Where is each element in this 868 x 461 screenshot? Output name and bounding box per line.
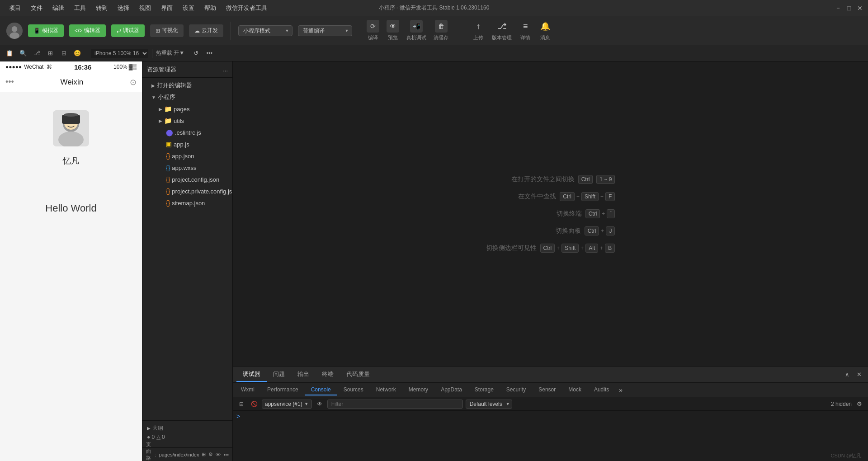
cloud-button[interactable]: ☁ 云开发: [189, 24, 223, 37]
devtools-inner-tab-wxml[interactable]: Wxml: [235, 385, 261, 395]
source-control-icon[interactable]: ⎇: [31, 47, 42, 59]
devtools-collapse-icon[interactable]: ∧: [842, 369, 853, 380]
more-options-icon[interactable]: •••: [203, 47, 215, 59]
file-manager-icon[interactable]: 📋: [4, 47, 15, 59]
app-wxss-file[interactable]: {} app.wxss: [142, 162, 232, 174]
maximize-button[interactable]: □: [845, 5, 853, 12]
console-clear-icon[interactable]: 🚫: [249, 399, 259, 409]
devtools-top-tab-问题[interactable]: 问题: [267, 367, 291, 382]
menu-item-1[interactable]: 文件: [26, 2, 47, 14]
devtools-inner-tab-memory[interactable]: Memory: [402, 385, 434, 395]
devtools-inner-tab-console[interactable]: Console: [305, 385, 337, 395]
messages-icon[interactable]: 🔔: [539, 20, 552, 33]
console-eye-icon[interactable]: 👁: [315, 399, 325, 409]
devtools-top-tab-代码质量[interactable]: 代码质量: [340, 367, 376, 382]
pages-folder[interactable]: ▶ 📁 pages: [142, 103, 232, 115]
title-bar: 项目文件编辑工具转到选择视图界面设置帮助微信开发者工具 小程序 - 微信开发者工…: [0, 0, 868, 16]
path-config-icon[interactable]: ⚙: [208, 452, 213, 457]
path-more-icon[interactable]: •••: [223, 452, 229, 457]
project-private-file[interactable]: {} project.private.config.js...: [142, 185, 232, 197]
devtools-top-tab-终端[interactable]: 终端: [316, 367, 340, 382]
refresh-icon[interactable]: ↺: [190, 47, 202, 59]
devtools-inner-tab-security[interactable]: Security: [500, 385, 532, 395]
devtools-top-tab-调试器[interactable]: 调试器: [236, 367, 267, 382]
app-wxss-icon: {}: [166, 164, 170, 171]
split-icon[interactable]: ⊟: [58, 47, 70, 59]
clear-cache-button[interactable]: 🗑: [435, 20, 448, 33]
preview-button[interactable]: 👁: [387, 20, 399, 33]
layout-icon[interactable]: ⊞: [44, 47, 56, 59]
compile-button[interactable]: ⟳: [367, 20, 379, 33]
key-ctrl-5: Ctrl: [540, 244, 555, 253]
clear-cache-action-group: 🗑 清缓存: [434, 20, 448, 41]
emoji-icon[interactable]: 😊: [71, 47, 83, 59]
devtools-inner-tab-sources[interactable]: Sources: [337, 385, 370, 395]
wechat-left-icon: •••: [5, 77, 14, 87]
devtools-inner-tab-audits[interactable]: Audits: [588, 385, 615, 395]
menu-item-8[interactable]: 设置: [178, 2, 199, 14]
utils-folder[interactable]: ▶ 📁 utils: [142, 115, 232, 127]
real-debug-button[interactable]: 📲: [410, 20, 423, 33]
wechat-bar: ••• Weixin ⊙: [0, 72, 142, 92]
preview-label: 预览: [388, 34, 398, 41]
close-button[interactable]: ✕: [856, 5, 863, 12]
device-selector[interactable]: iPhone 5 100% 16: [91, 49, 148, 58]
devtools-inner-tab-network[interactable]: Network: [370, 385, 402, 395]
project-config-file[interactable]: {} project.config.json: [142, 174, 232, 185]
file-explorer-more[interactable]: ...: [223, 66, 228, 73]
menu-item-3[interactable]: 工具: [70, 2, 90, 14]
menu-item-5[interactable]: 选择: [113, 2, 134, 14]
open-editors-label: 打开的编辑器: [157, 81, 192, 89]
visualizer-button[interactable]: ⊞ 可视化: [150, 24, 184, 37]
eslintrc-file[interactable]: ⬤ .eslintrc.js: [142, 127, 232, 138]
console-settings-icon[interactable]: ⚙: [854, 399, 864, 409]
app-js-file[interactable]: ▣ app.js: [142, 138, 232, 150]
path-copy-icon[interactable]: ⊞: [202, 452, 206, 457]
menu-item-10[interactable]: 微信开发者工具: [222, 2, 272, 14]
open-editors-arrow: ▶: [151, 83, 155, 88]
mode-selector[interactable]: 小程序模式: [238, 25, 292, 36]
console-expand-icon[interactable]: ⊟: [236, 399, 246, 409]
minimize-button[interactable]: －: [835, 5, 842, 12]
outline-section-header[interactable]: ▶ 大纲: [147, 424, 228, 432]
hot-reload-toggle[interactable]: 热重载 开▼: [156, 49, 184, 57]
miniprogram-section[interactable]: ▼ 小程序: [142, 91, 232, 103]
path-preview-icon[interactable]: 👁: [216, 452, 221, 457]
upload-label: 上传: [473, 34, 483, 41]
compile-selector[interactable]: 普通编译: [298, 25, 352, 36]
app-wxss-label: app.wxss: [172, 165, 196, 171]
devtools-inner-tab-storage[interactable]: Storage: [468, 385, 500, 395]
menu-item-2[interactable]: 编辑: [48, 2, 69, 14]
simulator-button[interactable]: 📱 模拟器: [28, 24, 64, 37]
console-content[interactable]: >: [233, 411, 868, 461]
devtools-inner-tab-performance[interactable]: Performance: [261, 385, 305, 395]
console-source-selector[interactable]: appservice (#1) ▼: [262, 400, 312, 409]
devtools-inner-tab-mock[interactable]: Mock: [562, 385, 588, 395]
open-editors-section[interactable]: ▶ 打开的编辑器: [142, 80, 232, 91]
menu-item-6[interactable]: 视图: [135, 2, 156, 14]
menu-item-7[interactable]: 界面: [156, 2, 177, 14]
devtools-inner-tab-more[interactable]: »: [615, 385, 626, 395]
key-b: B: [605, 244, 615, 253]
console-levels-selector[interactable]: Default levels: [466, 400, 512, 409]
search-icon[interactable]: 🔍: [17, 47, 29, 59]
devtools-inner-tab-sensor[interactable]: Sensor: [532, 385, 562, 395]
devtools-inner-tab-appdata[interactable]: AppData: [434, 385, 468, 395]
key-shift-2: Shift: [561, 244, 579, 253]
shortcut-row-find-in-file: 在文件中查找 Ctrl + Shift + F: [518, 192, 615, 201]
console-filter-input[interactable]: [327, 400, 463, 409]
menu-item-4[interactable]: 转到: [91, 2, 112, 14]
debugger-button[interactable]: ⇄ 调试器: [111, 24, 145, 37]
app-json-file[interactable]: {} app.json: [142, 150, 232, 162]
upload-icon[interactable]: ↑: [472, 20, 485, 33]
separator-3: [152, 49, 152, 58]
editor-button[interactable]: </> 编辑器: [69, 24, 106, 37]
devtools-close-icon[interactable]: ✕: [854, 369, 864, 380]
menu-item-0[interactable]: 项目: [5, 2, 25, 14]
details-icon[interactable]: ≡: [519, 20, 532, 33]
version-mgmt-icon[interactable]: ⎇: [495, 20, 508, 33]
sitemap-file[interactable]: {} sitemap.json: [142, 197, 232, 209]
devtools-top-tab-输出[interactable]: 输出: [291, 367, 316, 382]
editor-panel: 在打开的文件之间切换 Ctrl 1 ~ 9 在文件中查找 Ctrl + Shif…: [233, 61, 868, 461]
menu-item-9[interactable]: 帮助: [200, 2, 221, 14]
